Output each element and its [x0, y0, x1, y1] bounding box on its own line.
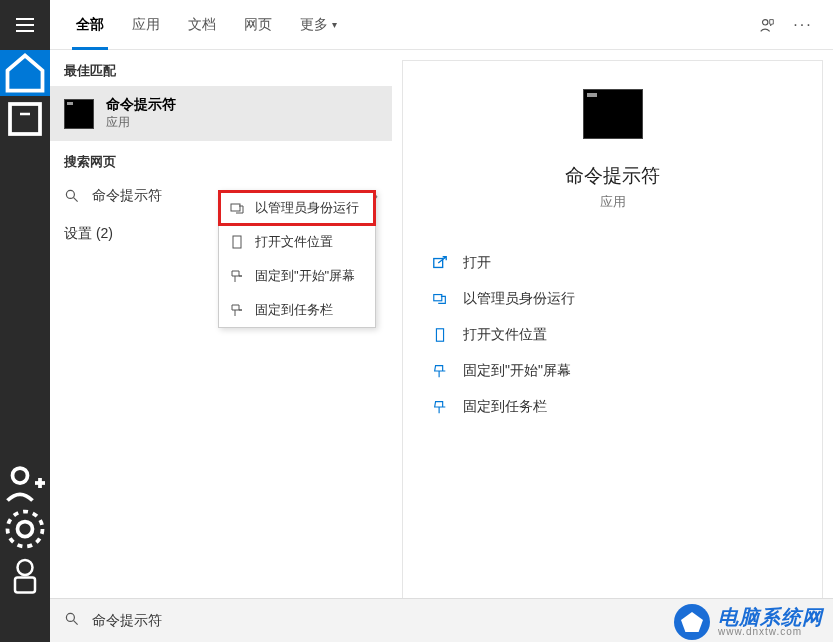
- folder-icon: [431, 326, 449, 344]
- watermark-logo-icon: [674, 604, 710, 640]
- action-pin-to-taskbar[interactable]: 固定到任务栏: [423, 391, 802, 423]
- pin-taskbar-icon: [229, 302, 245, 318]
- rail-user-button[interactable]: [0, 552, 50, 598]
- svg-point-13: [66, 190, 74, 198]
- context-pin-to-taskbar[interactable]: 固定到任务栏: [219, 293, 375, 327]
- left-rail: [0, 0, 50, 642]
- rail-settings-button[interactable]: [0, 506, 50, 552]
- context-open-file-location[interactable]: 打开文件位置: [219, 225, 375, 259]
- svg-rect-15: [231, 204, 240, 211]
- action-open[interactable]: 打开: [423, 247, 802, 279]
- svg-line-21: [74, 620, 78, 624]
- collection-icon: [0, 94, 50, 144]
- hamburger-button[interactable]: [0, 0, 50, 50]
- tab-apps[interactable]: 应用: [118, 0, 174, 50]
- feedback-button[interactable]: [749, 7, 785, 43]
- svg-point-5: [13, 468, 28, 483]
- action-pin-to-start-label: 固定到"开始"屏幕: [463, 362, 571, 380]
- cmd-large-thumbnail-icon: [583, 89, 643, 139]
- detail-panel: 命令提示符 应用 打开 以管理员身份运行 打开文件位置: [402, 60, 823, 632]
- gear-icon: [0, 504, 50, 554]
- action-open-file-location-label: 打开文件位置: [463, 326, 547, 344]
- tab-all[interactable]: 全部: [62, 0, 118, 50]
- context-pin-to-taskbar-label: 固定到任务栏: [255, 301, 333, 319]
- search-icon: [64, 611, 80, 631]
- rail-add-user-button[interactable]: [0, 460, 50, 506]
- feedback-icon: [758, 16, 776, 34]
- search-icon: [64, 188, 80, 204]
- rail-home-button[interactable]: [0, 50, 50, 96]
- action-pin-to-taskbar-label: 固定到任务栏: [463, 398, 547, 416]
- tab-more[interactable]: 更多 ▾: [286, 0, 351, 50]
- svg-point-12: [763, 19, 768, 24]
- pin-start-icon: [431, 362, 449, 380]
- open-icon: [431, 254, 449, 272]
- hamburger-icon: [16, 18, 34, 32]
- context-open-file-location-label: 打开文件位置: [255, 233, 333, 251]
- svg-rect-19: [436, 329, 443, 341]
- search-web-header: 搜索网页: [50, 141, 392, 177]
- action-open-file-location[interactable]: 打开文件位置: [423, 319, 802, 351]
- watermark: 电脑系统网 www.dnxtw.com: [674, 604, 823, 640]
- folder-icon: [229, 234, 245, 250]
- context-pin-to-start-label: 固定到"开始"屏幕: [255, 267, 355, 285]
- results-column: 最佳匹配 命令提示符 应用 搜索网页 命令提示符 › 设置 (2: [50, 50, 392, 642]
- chevron-down-icon: ▾: [332, 19, 337, 30]
- svg-point-8: [18, 522, 33, 537]
- tab-more-label: 更多: [300, 16, 328, 34]
- context-menu: 以管理员身份运行 打开文件位置 固定到"开始"屏幕 固定到任务栏: [218, 190, 376, 328]
- tab-web[interactable]: 网页: [230, 0, 286, 50]
- admin-shield-icon: [229, 200, 245, 216]
- action-pin-to-start[interactable]: 固定到"开始"屏幕: [423, 355, 802, 387]
- user-icon: [0, 550, 50, 600]
- watermark-text: 电脑系统网: [718, 607, 823, 627]
- pin-start-icon: [229, 268, 245, 284]
- best-match-header: 最佳匹配: [50, 50, 392, 86]
- cmd-thumbnail-icon: [64, 99, 94, 129]
- search-input-text: 命令提示符: [92, 612, 162, 630]
- svg-line-14: [74, 198, 78, 202]
- detail-title: 命令提示符: [565, 163, 660, 189]
- context-pin-to-start[interactable]: 固定到"开始"屏幕: [219, 259, 375, 293]
- svg-rect-3: [10, 104, 40, 134]
- main-panel: 全部 应用 文档 网页 更多 ▾ ··· 最佳匹配: [50, 0, 833, 642]
- svg-point-10: [18, 560, 33, 575]
- svg-point-9: [8, 512, 43, 547]
- action-run-as-admin[interactable]: 以管理员身份运行: [423, 283, 802, 315]
- best-match-subtitle: 应用: [106, 114, 176, 131]
- admin-shield-icon: [431, 290, 449, 308]
- search-tabs: 全部 应用 文档 网页 更多 ▾ ···: [50, 0, 833, 50]
- svg-rect-16: [233, 236, 241, 248]
- best-match-title: 命令提示符: [106, 96, 176, 114]
- action-open-label: 打开: [463, 254, 491, 272]
- svg-point-20: [66, 613, 74, 621]
- watermark-url: www.dnxtw.com: [718, 627, 823, 637]
- rail-collection-button[interactable]: [0, 96, 50, 142]
- svg-rect-18: [434, 295, 442, 301]
- detail-subtitle: 应用: [600, 193, 626, 211]
- ellipsis-icon: ···: [793, 16, 812, 34]
- pin-taskbar-icon: [431, 398, 449, 416]
- add-user-icon: [0, 458, 50, 508]
- context-run-as-admin-label: 以管理员身份运行: [255, 199, 359, 217]
- detail-column: 命令提示符 应用 打开 以管理员身份运行 打开文件位置: [392, 50, 833, 642]
- more-options-button[interactable]: ···: [785, 7, 821, 43]
- best-match-result[interactable]: 命令提示符 应用: [50, 86, 392, 141]
- svg-rect-11: [15, 578, 35, 593]
- home-icon: [0, 48, 50, 98]
- web-suggestion-text: 命令提示符: [92, 187, 162, 205]
- action-run-as-admin-label: 以管理员身份运行: [463, 290, 575, 308]
- tab-docs[interactable]: 文档: [174, 0, 230, 50]
- context-run-as-admin[interactable]: 以管理员身份运行: [219, 191, 375, 225]
